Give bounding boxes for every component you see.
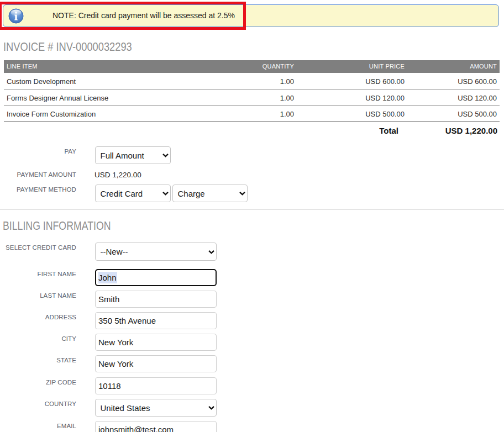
chevron-down-icon [239,191,245,196]
city-row: CITY New York [0,334,217,351]
email-value: johnsmith@test.com [98,425,174,432]
col-header-amount: AMOUNT [407,60,500,73]
col-header-unit-price: UNIT PRICE [297,60,407,73]
cell-quantity: 1.00 [170,89,297,105]
last-name-label: LAST NAME [0,291,76,299]
credit-card-row: SELECT CREDIT CARD --New-- [0,243,217,261]
city-value: New York [98,338,133,347]
payment-amount-row: PAYMENT AMOUNT USD 1,220.00 [0,166,141,183]
email-row: EMAIL johnsmith@test.com [0,421,217,432]
zip-code-input[interactable]: 10118 [95,377,217,394]
state-input[interactable]: New York [95,355,217,372]
state-value: New York [98,359,133,368]
field-cell: United States [95,399,217,417]
table-row: Invoice Form Customization 1.00 USD 500.… [4,105,500,121]
address-label: ADDRESS [0,312,76,320]
address-value: 350 5th Avenue [98,316,156,325]
field-cell: johnsmith@test.com [95,421,217,432]
first-name-row: FIRST NAME John [0,269,217,286]
email-input[interactable]: johnsmith@test.com [95,421,217,432]
address-input[interactable]: 350 5th Avenue [95,312,217,329]
payment-method-row: PAYMENT METHOD Credit Card Charge [0,185,248,202]
first-name-input[interactable]: John [95,269,217,286]
country-value: United States [101,403,150,413]
charge-action-select[interactable]: Charge [172,185,248,202]
state-label: STATE [0,355,76,363]
zip-code-label: ZIP CODE [0,377,76,386]
zip-code-value: 10118 [98,381,121,391]
payment-amount-value: USD 1,220.00 [95,171,141,179]
payment-page: NOTE: Credit card payment will be assess… [0,0,504,432]
total-label: Total [293,126,401,135]
billing-heading: BILLING INFORMATION [3,219,111,233]
field-cell: --New-- [95,243,217,261]
country-row: COUNTRY United States [0,399,217,417]
country-label: COUNTRY [0,399,76,407]
field-cell: 10118 [95,377,217,394]
cell-amount: USD 600.00 [407,73,500,89]
cell-unit-price: USD 120.00 [297,89,407,105]
chevron-down-icon [208,405,214,410]
chevron-down-icon [162,153,169,157]
col-header-quantity: QUANTITY [170,60,297,73]
cell-item: Custom Development [4,73,170,89]
last-name-input[interactable]: Smith [95,291,217,308]
field-cell: 350 5th Avenue [95,312,217,329]
cell-item: Invoice Form Customization [4,105,170,121]
page-title: INVOICE # INV-0000032293 [3,40,132,54]
table-header-row: LINE ITEM QUANTITY UNIT PRICE AMOUNT [4,60,500,73]
cell-quantity: 1.00 [170,73,297,89]
field-cell: Full Amount [95,146,171,164]
table-row: Custom Development 1.00 USD 600.00 USD 6… [4,73,500,89]
line-items-table: LINE ITEM QUANTITY UNIT PRICE AMOUNT Cus… [4,60,500,122]
field-cell: New York [95,334,217,351]
cell-unit-price: USD 500.00 [297,105,407,121]
credit-card-select[interactable]: --New-- [95,243,217,261]
last-name-value: Smith [98,294,119,304]
chevron-down-icon [162,191,169,196]
cell-unit-price: USD 600.00 [297,73,407,89]
cell-amount: USD 120.00 [407,89,500,105]
credit-card-label: SELECT CREDIT CARD [0,243,76,251]
payment-method-select[interactable]: Credit Card [95,185,171,202]
field-cell: John [95,269,217,286]
field-cell: Smith [95,291,217,308]
pay-select-value: Full Amount [101,151,144,160]
address-row: ADDRESS 350 5th Avenue [0,312,217,329]
charge-action-value: Charge [178,189,205,198]
field-cell: New York [95,355,217,372]
payment-method-value: Credit Card [101,189,143,198]
red-highlight-annotation [0,2,246,30]
table-row: Forms Designer Annual License 1.00 USD 1… [4,89,500,105]
chevron-down-icon [208,250,214,254]
payment-amount-label: PAYMENT AMOUNT [0,171,76,178]
field-cell: Credit Card Charge [95,185,248,202]
state-row: STATE New York [0,355,217,372]
pay-label: PAY [0,146,76,155]
first-name-label: FIRST NAME [0,269,76,277]
cell-item: Forms Designer Annual License [4,89,170,105]
pay-select[interactable]: Full Amount [95,146,171,164]
section-divider [0,209,504,210]
country-select[interactable]: United States [95,399,217,417]
cell-amount: USD 500.00 [407,105,500,121]
last-name-row: LAST NAME Smith [0,291,217,308]
city-label: CITY [0,334,76,342]
city-input[interactable]: New York [95,334,217,351]
email-label: EMAIL [0,421,76,429]
payment-method-label: PAYMENT METHOD [0,185,76,193]
credit-card-value: --New-- [101,247,128,256]
zip-code-row: ZIP CODE 10118 [0,377,217,394]
col-header-line-item: LINE ITEM [4,60,170,73]
selected-text: John [98,272,117,284]
pay-row: PAY Full Amount [0,146,171,164]
total-amount: USD 1,220.00 [393,126,497,135]
cell-quantity: 1.00 [170,105,297,121]
